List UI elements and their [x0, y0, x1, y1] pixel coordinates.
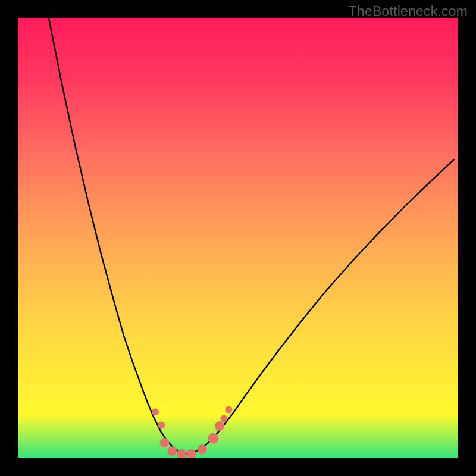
data-marker	[187, 449, 196, 458]
chart-svg	[18, 18, 458, 458]
data-marker	[215, 421, 224, 431]
data-marker	[197, 444, 206, 454]
marker-group	[152, 406, 233, 458]
data-marker	[152, 408, 159, 415]
data-marker	[220, 415, 227, 422]
data-marker	[177, 449, 186, 458]
data-marker	[159, 438, 169, 447]
data-marker	[225, 406, 232, 414]
data-marker	[208, 433, 219, 444]
data-marker	[167, 446, 177, 456]
data-marker	[158, 422, 165, 429]
left-branch-curve	[49, 18, 187, 454]
watermark-text: TheBottleneck.com	[349, 4, 468, 20]
